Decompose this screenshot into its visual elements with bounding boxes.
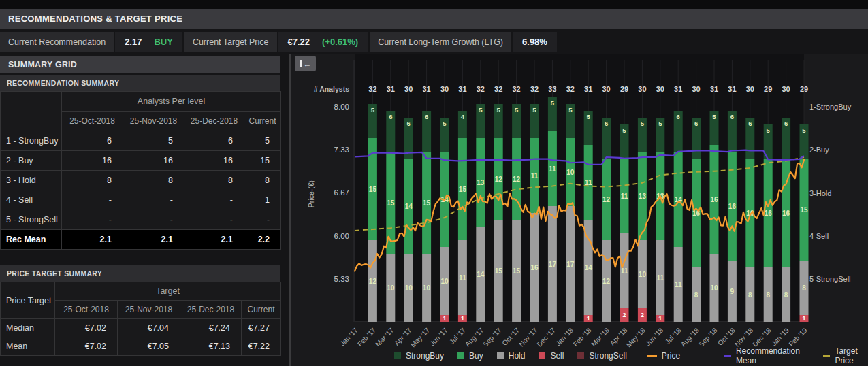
sell-count-label: 1 bbox=[443, 315, 446, 322]
buy-count-label: 12 bbox=[495, 176, 503, 183]
hold-count-label: 11 bbox=[675, 281, 682, 288]
legend-line-icon bbox=[724, 355, 731, 357]
month-tick-label: May '18 bbox=[625, 326, 647, 348]
analyst-count: 30 bbox=[638, 85, 646, 93]
legend-swatch-icon bbox=[577, 352, 584, 359]
sell-count-label: 1 bbox=[802, 315, 805, 322]
legend-line-icon bbox=[823, 355, 831, 357]
buy-count-label: 15 bbox=[423, 199, 431, 207]
collapse-panel-button[interactable]: ← bbox=[295, 56, 316, 71]
legend-item-strongbuy[interactable]: StrongBuy bbox=[394, 351, 444, 361]
rec-axis-label: 2-Buy bbox=[809, 146, 829, 154]
current-recommendation-label: Current Recommendation bbox=[0, 32, 114, 52]
analyst-count: 31 bbox=[422, 85, 430, 93]
price-tick-label: 8.00 bbox=[334, 103, 349, 111]
legend-swatch-icon bbox=[457, 352, 464, 359]
sell-count-label: 2 bbox=[641, 312, 644, 318]
legend-swatch-icon bbox=[394, 352, 401, 359]
hold-count-label: 10 bbox=[387, 284, 395, 292]
cell-value: €7.04 bbox=[118, 319, 180, 337]
legend-line-icon bbox=[647, 355, 657, 357]
legend-item-hold[interactable]: Hold bbox=[497, 351, 526, 361]
hold-count-label: 8 bbox=[694, 291, 698, 299]
strongbuy-count-label: 5 bbox=[497, 106, 501, 114]
cell-value: 2.1 bbox=[123, 230, 184, 250]
analyst-count: 32 bbox=[530, 85, 539, 93]
month-tick-label: Dec '17 bbox=[536, 326, 558, 348]
hold-count-label: 11 bbox=[657, 274, 664, 282]
hold-count-label: 17 bbox=[566, 261, 575, 268]
strongbuy-count-label: 5 bbox=[532, 106, 536, 114]
strongbuy-count-label: 5 bbox=[802, 127, 806, 134]
analyst-count: 29 bbox=[620, 85, 628, 93]
cell-value: 2.2 bbox=[244, 230, 281, 250]
cell-value: 15 bbox=[244, 151, 281, 171]
cell-value: €7.22 bbox=[242, 337, 281, 356]
cell-value: 16 bbox=[62, 151, 123, 171]
panel-spacer bbox=[0, 250, 289, 265]
cell-value: €7.13 bbox=[180, 337, 242, 356]
buy-count-label: 16 bbox=[765, 210, 773, 217]
analyst-count: 32 bbox=[494, 85, 502, 93]
price-tick-label: 5.33 bbox=[334, 275, 349, 283]
legend-item-buy[interactable]: Buy bbox=[457, 351, 483, 361]
strongbuy-count-label: 5 bbox=[712, 113, 716, 120]
sell-count-label: 1 bbox=[461, 315, 464, 322]
legend-label: StrongSell bbox=[589, 351, 626, 361]
summary-grid-header: SUMMARY GRID bbox=[0, 56, 280, 73]
legend-item-target-price[interactable]: Target Price bbox=[823, 346, 868, 365]
cell-value: 5 bbox=[123, 131, 184, 151]
cell-value: 16 bbox=[123, 151, 184, 171]
month-tick-label: Sep '17 bbox=[481, 326, 503, 348]
hold-count-label: 8 bbox=[802, 284, 806, 292]
buy-count-label: 11 bbox=[549, 165, 556, 173]
legend-item-strongsell[interactable]: StrongSell bbox=[577, 351, 626, 361]
legend-item-recommendation-mean[interactable]: Recommendation Mean bbox=[724, 346, 803, 365]
cell-value: - bbox=[123, 210, 184, 230]
target-price-value: €7.22 bbox=[288, 37, 310, 47]
price-tick-label: 6.00 bbox=[334, 232, 349, 240]
price-target-summary-header: PRICE TARGET SUMMARY bbox=[0, 265, 280, 282]
analyst-count: 32 bbox=[512, 85, 520, 93]
row-label: 3 - Hold bbox=[1, 171, 62, 190]
column-header: Current bbox=[244, 112, 281, 131]
month-tick-label: Jun '17 bbox=[428, 326, 449, 347]
legend-item-price[interactable]: Price bbox=[647, 351, 680, 361]
analyst-count: 31 bbox=[674, 85, 682, 93]
hold-count-label: 11 bbox=[459, 274, 466, 282]
month-tick-label: Jun '18 bbox=[644, 326, 664, 347]
row-label: 4 - Sell bbox=[1, 190, 62, 210]
row-label: 1 - StrongBuy bbox=[1, 131, 62, 151]
table-row: Rec Mean2.12.12.12.2 bbox=[1, 230, 281, 250]
legend-label: Hold bbox=[509, 351, 526, 361]
legend-item-sell[interactable]: Sell bbox=[539, 351, 564, 361]
month-tick-label: Jan '18 bbox=[554, 326, 575, 347]
summary-grid-panel: SUMMARY GRID RECOMMENDATION SUMMARY Anal… bbox=[0, 54, 291, 366]
page-title-bar: RECOMMENDATIONS & TARGET PRICE bbox=[0, 9, 868, 29]
cell-value: €7.05 bbox=[118, 337, 180, 356]
table-row: 3 - Hold8888 bbox=[1, 171, 281, 190]
column-header: 25-Oct-2018 bbox=[62, 112, 123, 131]
buy-count-label: 14 bbox=[405, 203, 413, 210]
cell-value: €7.02 bbox=[55, 319, 118, 337]
row-label: Rec Mean bbox=[1, 230, 62, 250]
strongbuy-count-label: 5 bbox=[371, 106, 375, 114]
recommendations-page: RECOMMENDATIONS & TARGET PRICE Current R… bbox=[0, 0, 868, 366]
legend-label: Sell bbox=[550, 351, 564, 361]
price-target-summary-table: Price TargetTarget25-Oct-201825-Nov-2018… bbox=[0, 282, 281, 356]
analyst-count: 29 bbox=[800, 85, 808, 93]
table-row: 5 - StrongSell---- bbox=[1, 210, 281, 230]
hold-count-label: 8 bbox=[766, 291, 770, 299]
buy-count-label: 13 bbox=[639, 193, 647, 200]
cell-value: 16 bbox=[184, 151, 244, 171]
top-strip bbox=[0, 0, 868, 9]
column-header: 25-Dec-2018 bbox=[180, 301, 242, 319]
buy-count-label: 11 bbox=[531, 172, 539, 180]
row-label: Median bbox=[1, 319, 55, 337]
column-header: 25-Oct-2018 bbox=[55, 301, 118, 319]
analyst-count: 32 bbox=[368, 85, 376, 93]
cell-value: - bbox=[62, 210, 123, 230]
strongbuy-count-label: 5 bbox=[658, 120, 662, 127]
corner-cell bbox=[1, 92, 62, 131]
hold-count-label: 12 bbox=[602, 278, 611, 285]
